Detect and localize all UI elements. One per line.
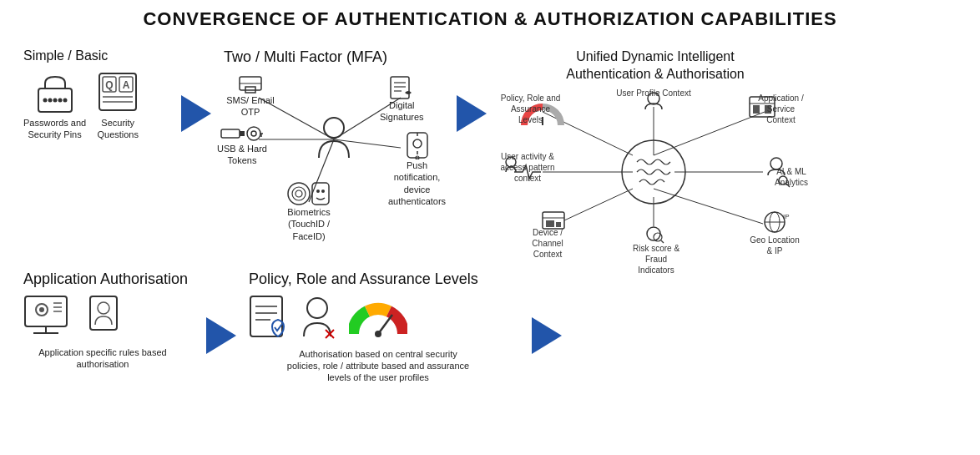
biometrics-icon (287, 181, 331, 206)
svg-line-89 (378, 315, 392, 334)
mfa-section: Two / Multi Factor (MFA) (217, 45, 451, 226)
svg-rect-80 (90, 296, 117, 330)
svg-line-46 (654, 189, 763, 224)
security-questions-item: Q A SecurityQuestions (96, 70, 139, 141)
geo-location-label: Geo Location& IP (745, 235, 804, 256)
digital-sig-icon (390, 76, 413, 99)
sms-icon (239, 76, 262, 94)
arrow-2 (451, 45, 493, 132)
sms-otp-item: SMS/ Email OTP (221, 76, 280, 119)
app-label: Application specific rules based authori… (23, 346, 182, 371)
mfa-person-icon (316, 116, 352, 159)
app-monitor-icon (23, 295, 80, 341)
policy-title: Policy, Role and Assurance Levels (249, 270, 519, 288)
svg-rect-22 (221, 129, 240, 138)
svg-point-65 (654, 233, 662, 241)
svg-rect-69 (546, 220, 554, 227)
policy-icons (249, 295, 519, 345)
usb-icon (220, 124, 264, 143)
svg-point-28 (288, 183, 310, 205)
simple-title: Simple / Basic (23, 48, 169, 63)
top-row: Simple / Basic (17, 45, 963, 259)
app-icons (23, 295, 194, 341)
svg-point-25 (251, 131, 256, 136)
password-icon (33, 70, 77, 114)
svg-point-3 (53, 99, 57, 103)
policy-person-icon (299, 295, 341, 345)
push-notif-item: Push notification,deviceauthenticators (388, 129, 446, 207)
policy-label: Authorisation based on central security … (249, 348, 508, 384)
simple-icons: Passwords andSecurity Pins Q A (23, 70, 169, 141)
policy-role-label: Policy, Role andAssuranceLevels (499, 93, 562, 125)
sms-otp-label: SMS/ Email OTP (221, 94, 280, 119)
risk-score-label: Risk score & FraudIndicators (623, 243, 690, 276)
app-section: Application Authorisation (17, 267, 200, 374)
unified-section: Unified Dynamic Intelligent Authenticati… (493, 45, 818, 259)
app-title: Application Authorisation (23, 270, 194, 288)
main-title: CONVERGENCE OF AUTHENTICATION & AUTHORIZ… (17, 8, 963, 30)
svg-point-2 (48, 99, 52, 103)
arrow-4-shape (532, 317, 562, 354)
unified-diagram: IP (499, 88, 808, 255)
simple-section: Simple / Basic (17, 45, 175, 144)
svg-point-86 (307, 298, 327, 318)
biometrics-item: Biometrics(TouchID / FaceID) (275, 181, 342, 242)
svg-rect-34 (391, 77, 409, 99)
password-item: Passwords andSecurity Pins (23, 70, 86, 141)
svg-line-48 (564, 189, 633, 220)
push-notif-icon (406, 129, 429, 159)
policy-section: Policy, Role and Assurance Levels (242, 267, 526, 387)
bottom-row: Application Authorisation (17, 267, 963, 387)
app-person-list-icon (88, 295, 125, 341)
svg-line-44 (654, 112, 765, 155)
mfa-center-person (316, 116, 352, 159)
password-label: Passwords andSecurity Pins (23, 117, 86, 141)
arrow-3 (200, 267, 242, 354)
svg-rect-31 (312, 183, 329, 205)
svg-point-30 (296, 190, 302, 197)
svg-point-4 (58, 99, 62, 103)
policy-doc-icon (249, 295, 290, 345)
arrow-4 (526, 267, 568, 354)
mfa-title: Two / Multi Factor (MFA) (224, 48, 444, 66)
security-questions-label: SecurityQuestions (97, 117, 139, 141)
arrow-1 (175, 45, 217, 132)
svg-text:Q: Q (106, 79, 114, 91)
unified-title: Unified Dynamic Intelligent Authenticati… (499, 48, 811, 83)
svg-point-39 (413, 139, 422, 148)
svg-point-18 (324, 118, 344, 138)
biometrics-label: Biometrics(TouchID / FaceID) (275, 206, 342, 242)
push-notif-label: Push notification,deviceauthenticators (388, 159, 446, 207)
usb-label: USB & HardTokens (217, 143, 267, 167)
svg-text:IP: IP (783, 213, 790, 220)
digital-sig-label: DigitalSignatures (380, 99, 424, 124)
user-activity-label: User activity &access patterncontext (499, 151, 556, 184)
arrow-3-shape (206, 317, 236, 354)
svg-point-1 (43, 99, 47, 103)
mfa-diagram: SMS/ Email OTP USB & HardTokens (225, 73, 442, 223)
arrow-2-shape (457, 95, 487, 132)
svg-point-33 (321, 190, 325, 193)
main-container: CONVERGENCE OF AUTHENTICATION & AUTHORIZ… (0, 0, 980, 455)
usb-item: USB & HardTokens (217, 124, 267, 167)
ai-ml-label: AI & MLAnalytics (770, 166, 812, 188)
policy-gauge-icon (349, 296, 407, 342)
security-questions-icon: Q A (96, 70, 139, 114)
app-service-context-label: Application / ServiceContext (750, 93, 812, 125)
svg-point-29 (292, 187, 306, 200)
digital-sig-item: DigitalSignatures (380, 76, 424, 124)
arrow-1-shape (181, 95, 211, 132)
svg-point-76 (39, 307, 44, 312)
svg-point-5 (63, 99, 67, 103)
svg-point-90 (375, 331, 381, 337)
user-profile-context-label: User Profile Context (616, 88, 691, 98)
svg-point-81 (98, 302, 109, 314)
svg-rect-23 (240, 131, 245, 136)
device-channel-label: Device / ChannelContext (518, 227, 578, 260)
svg-point-24 (247, 127, 260, 140)
svg-text:A: A (123, 79, 130, 91)
svg-point-32 (316, 190, 320, 193)
